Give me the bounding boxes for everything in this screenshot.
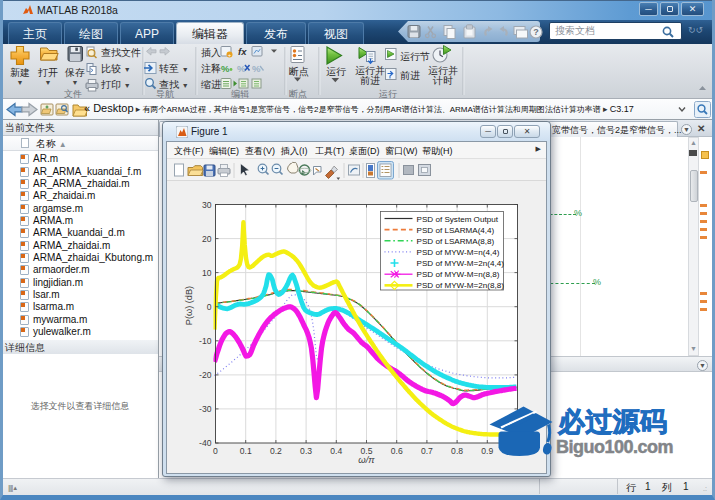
svg-text:fx: fx <box>238 46 247 57</box>
svg-text:10: 10 <box>202 268 212 278</box>
svg-text:0.1: 0.1 <box>240 446 252 456</box>
svg-text:0.7: 0.7 <box>421 446 433 456</box>
svg-text:-20: -20 <box>199 370 212 380</box>
svg-text:?: ? <box>533 27 539 37</box>
svg-text:-10: -10 <box>199 336 212 346</box>
svg-text:PSD of System Output: PSD of System Output <box>417 215 499 224</box>
svg-text:0.6: 0.6 <box>391 446 403 456</box>
svg-text:PSD of LSARMA(4,4): PSD of LSARMA(4,4) <box>417 226 495 235</box>
svg-text:PSD of MYW-M=n(4,4): PSD of MYW-M=n(4,4) <box>417 248 500 257</box>
svg-text:PSD of MYW-M=2n(4,4): PSD of MYW-M=2n(4,4) <box>417 259 505 268</box>
svg-text:%: % <box>252 63 261 74</box>
svg-text:-40: -40 <box>199 438 212 448</box>
svg-text:%: % <box>237 63 246 74</box>
svg-text:PSD of MYW-M=n(8,8): PSD of MYW-M=n(8,8) <box>417 270 500 279</box>
svg-text:0.3: 0.3 <box>300 446 312 456</box>
svg-text:0.4: 0.4 <box>330 446 342 456</box>
svg-text:0.2: 0.2 <box>270 446 282 456</box>
svg-text:20: 20 <box>202 234 212 244</box>
svg-text:P(ω) (dB): P(ω) (dB) <box>184 286 194 325</box>
svg-text:PSD of LSARMA(8,8): PSD of LSARMA(8,8) <box>417 237 495 246</box>
svg-text:0: 0 <box>213 446 218 456</box>
svg-text:PSD of MYW-M=2n(8,8): PSD of MYW-M=2n(8,8) <box>417 281 505 290</box>
svg-text:-30: -30 <box>199 404 212 414</box>
svg-text:0.8: 0.8 <box>451 446 463 456</box>
svg-text:30: 30 <box>202 200 212 210</box>
svg-text:ω/π: ω/π <box>358 454 375 465</box>
svg-text:%: % <box>221 63 230 74</box>
svg-text:0: 0 <box>207 302 212 312</box>
svg-text:+: + <box>228 52 232 58</box>
